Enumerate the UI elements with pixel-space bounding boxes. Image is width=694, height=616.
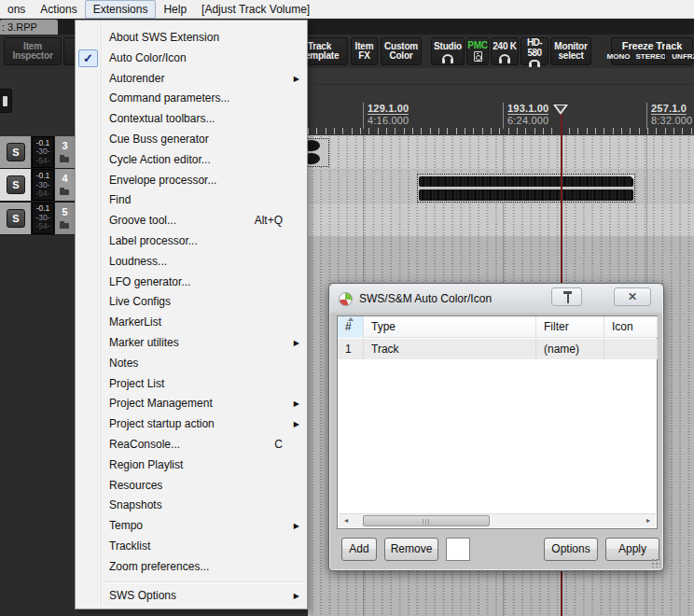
column-header-filter[interactable]: Filter [536,316,604,338]
column-header-label: Filter [544,320,569,333]
track-row-3[interactable]: S-0.1-30--54-3 [0,136,75,168]
options-button[interactable]: Options [544,538,598,561]
rule-cell-[interactable]: 1 [338,339,364,359]
column-header-label: Icon [612,320,633,333]
track-controls: S [0,136,31,168]
monitor-hd580-button[interactable]: HD-580 [520,37,548,65]
custom-color-button[interactable]: Custom Color [381,37,422,65]
menu-item-label: Find [109,193,131,206]
solo-button[interactable]: S [7,143,25,161]
menu-item-autorender[interactable]: Autorender▶ [76,69,307,90]
column-header-[interactable]: # [338,316,364,338]
rule-cell-filter[interactable]: (name) [536,339,604,359]
menu-item-snapshots[interactable]: Snapshots [76,496,307,516]
rule-cell-type[interactable]: Track [364,339,536,359]
track-number-cell[interactable]: 4 [55,169,75,201]
ruler-time-label: 8:32.000 [651,115,692,126]
item-fx-button[interactable]: Item FX [351,37,378,65]
rules-list[interactable]: #TypeFilterIcon 1Track(name) ◂ ▸ [337,315,658,529]
rule-row[interactable]: 1Track(name) [338,339,657,359]
submenu-arrow-icon: ▶ [294,516,299,537]
menu-item-project-startup-action[interactable]: Project startup action▶ [76,414,307,435]
menu-item-about-sws-extension[interactable]: About SWS Extension [76,28,307,49]
freeze-unfrz-button[interactable]: UNFRZ [672,52,694,63]
menu-item-markerlist[interactable]: MarkerList [76,313,307,333]
menu-item-contextual-toolbars[interactable]: Contextual toolbars... [76,109,307,130]
menu-item-auto-color-icon[interactable]: ✓Auto Color/Icon [76,49,307,69]
close-button[interactable]: ✕ [614,287,651,306]
monitor-240k-button[interactable]: 240 K [491,37,519,65]
submenu-arrow-icon: ▶ [294,414,299,435]
menu-item-envelope-processor[interactable]: Envelope processor... [76,171,307,191]
monitor-240k-label: 240 K [493,42,517,52]
add-button[interactable]: Add [341,538,377,561]
menu-item-label: Snapshots [109,498,162,511]
menu-item-cycle-action-editor[interactable]: Cycle Action editor... [76,150,307,171]
menu-item-lfo-generator[interactable]: LFO generator... [76,273,307,293]
menubar-item-actions[interactable]: Actions [33,1,84,18]
menu-item-sws-options[interactable]: SWS Options▶ [76,586,307,607]
rule-cell-icon[interactable] [604,339,658,359]
menu-item-project-list[interactable]: Project List [76,374,307,395]
scrollbar-thumb[interactable] [363,515,490,526]
project-tab[interactable]: : 3.RPP [0,20,58,35]
menu-item-resources[interactable]: Resources [76,476,307,497]
column-header-type[interactable]: Type [364,316,536,338]
freeze-stereo-button[interactable]: STEREO [635,52,666,63]
freeze-track-button-group[interactable]: Freeze Track MONO STEREO UNFRZ [611,37,693,65]
scroll-right-arrow-icon[interactable]: ▸ [641,514,656,527]
menu-item-find[interactable]: Find [76,190,307,211]
timeline-ruler[interactable]: 129.1.004:16.000193.1.006:24.000257.1.08… [308,68,694,135]
track-row-5[interactable]: S-0.1-30--54-5 [0,203,75,234]
monitor-select-button[interactable]: Monitor select [550,37,591,65]
menu-item-tempo[interactable]: Tempo▶ [76,516,307,537]
resize-grip[interactable] [651,558,660,567]
menu-item-tracklist[interactable]: Tracklist [76,537,307,557]
waveform-blob [308,153,320,164]
menubar-item-adjust-track-volume[interactable]: [Adjust Track Volume] [194,1,317,18]
menu-item-groove-tool[interactable]: Groove tool...Alt+Q [76,211,307,231]
horizontal-scrollbar[interactable]: ◂ ▸ [339,513,656,527]
menu-item-live-configs[interactable]: Live Configs [76,292,307,313]
menu-item-reaconsole[interactable]: ReaConsole...C [76,435,307,455]
menu-item-label-processor[interactable]: Label processor... [76,231,307,252]
menubar-item-help[interactable]: Help [156,1,194,18]
solo-button[interactable]: S [7,209,25,228]
headphones-icon [499,54,510,61]
menubar-item-extensions[interactable]: Extensions [85,0,157,19]
meter-scale-54: -54- [35,157,49,166]
audio-item-selected[interactable] [417,174,635,203]
color-swatch[interactable] [446,538,470,561]
submenu-arrow-icon: ▶ [294,394,299,414]
track-row-4[interactable]: S-0.1-30--54-4 [0,169,75,201]
menu-item-command-parameters[interactable]: Command parameters... [76,89,307,109]
list-header: #TypeFilterIcon [338,316,657,338]
audio-item-small[interactable] [308,138,329,167]
pin-button[interactable] [551,287,582,306]
solo-button[interactable]: S [7,175,25,194]
menu-item-project-management[interactable]: Project Management▶ [76,394,307,414]
freeze-mono-button[interactable]: MONO [607,52,631,63]
menu-item-label: SWS Options [109,589,176,602]
track-lane-3[interactable] [308,135,694,169]
track-number-cell[interactable]: 3 [55,136,75,168]
menu-item-region-playlist[interactable]: Region Playlist [76,455,307,476]
menu-item-zoom-preferences[interactable]: Zoom preferences... [76,557,307,578]
item-inspector-button[interactable]: Item Inspector [4,37,62,65]
edit-tool-button[interactable] [0,89,12,113]
menu-item-marker-utilites[interactable]: Marker utilites▶ [76,333,307,354]
menubar: ons Actions Extensions Help [Adjust Trac… [0,0,694,19]
scroll-left-arrow-icon[interactable]: ◂ [339,514,354,527]
track-number-cell[interactable]: 5 [55,203,75,234]
menu-item-notes[interactable]: Notes [76,354,307,374]
menu-item-cue-buss-generator[interactable]: Cue Buss generator [76,130,307,150]
track-lane-5[interactable] [308,203,694,236]
monitor-studio-button[interactable]: Studio [431,37,465,65]
remove-button[interactable]: Remove [384,538,438,561]
dialog-titlebar[interactable]: SWS/S&M Auto Color/Icon ✕ [330,285,662,313]
column-header-icon[interactable]: Icon [604,316,658,338]
menu-item-loudness[interactable]: Loudness... [76,252,307,273]
menubar-item-options[interactable]: ons [0,1,33,18]
monitor-pmc-button[interactable]: PMC [466,37,489,65]
menu-item-label: Project List [109,377,164,390]
